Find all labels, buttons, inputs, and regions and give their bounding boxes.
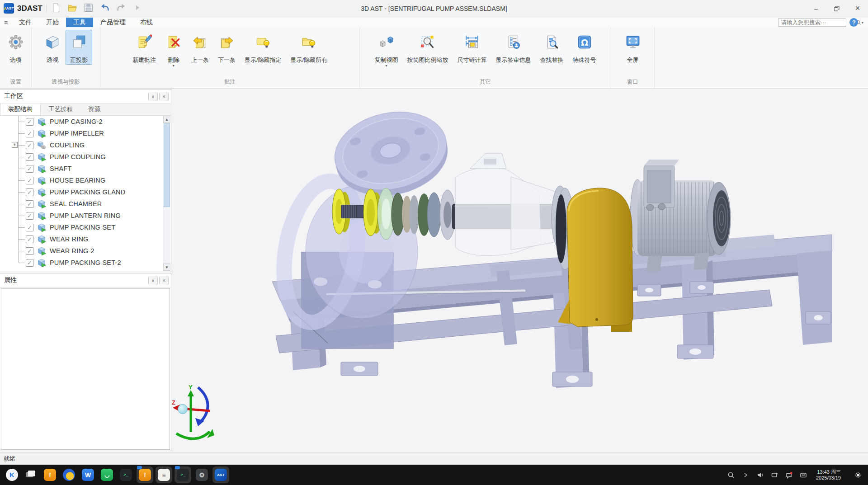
ribbon-button-label: 选项 [10,57,22,64]
tree-item-seal-chamber[interactable]: ✓SEAL CHAMBER [0,198,171,210]
properties-close-button[interactable]: × [159,277,169,284]
tree-item-label: HOUSE BEARING [50,177,105,184]
restore-button[interactable] [826,0,847,17]
save-button[interactable] [83,3,94,14]
notifications-icon[interactable] [785,471,793,479]
tree-item-wear-ring[interactable]: ✓WEAR RING [0,233,171,245]
connected-device-icon[interactable] [771,471,778,479]
tree-item-pump-casing-2[interactable]: ✓PUMP CASING-2 [0,116,171,127]
ribbon-button-label: 尺寸链计算 [458,57,487,64]
tree-item-pump-packing-set[interactable]: ✓PUMP PACKING SET [0,221,171,233]
workspace-tab[interactable]: 工艺过程 [41,104,80,115]
expand-arrow-icon[interactable] [742,471,750,479]
visibility-checkbox[interactable]: ✓ [26,259,33,267]
tree-expander-icon[interactable]: + [12,142,18,148]
taskbar-app-app-store-running[interactable]: ! [137,466,153,483]
ribbon-button[interactable]: 显示签审信息 [491,30,536,65]
ribbon-button[interactable]: Ω特殊符号 [568,30,601,65]
visibility-checkbox[interactable]: ✓ [26,141,33,149]
tree-item-coupling[interactable]: +✓COUPLING [0,139,171,151]
find-replace-icon [544,34,560,50]
menu-tab-1[interactable]: 文件 [12,18,39,27]
workspace-tab[interactable]: 装配结构 [0,104,41,115]
properties-collapse-button[interactable]: ∨ [148,277,158,284]
ortho-icon [71,34,87,50]
undo-button[interactable] [99,3,111,14]
menu-tab-3[interactable]: 工具 [66,18,93,27]
taskbar-app-control-center[interactable]: ⚙ [193,466,210,483]
new-document-button[interactable] [50,3,62,14]
ribbon-button[interactable]: 选项 [3,30,29,65]
ribbon-button[interactable]: 删除▾ [160,30,187,69]
visibility-checkbox[interactable]: ✓ [26,130,33,137]
workspace-collapse-button[interactable]: ∨ [148,93,158,100]
visibility-checkbox[interactable]: ✓ [26,212,33,220]
ribbon-button[interactable]: 尺寸链计算 [453,30,491,65]
visibility-checkbox[interactable]: ✓ [26,177,33,184]
visibility-checkbox[interactable]: ✓ [26,235,33,243]
ribbon-button[interactable]: 查找替换 [536,30,568,65]
menu-tab-5[interactable]: 布线 [133,18,160,27]
ribbon-button[interactable]: 正投影 [66,30,92,65]
visibility-checkbox[interactable]: ✓ [26,224,33,231]
input-method-icon[interactable] [800,471,807,479]
taskbar-app-browser[interactable] [61,466,77,483]
tree-item-label: PUMP LANTERN RING [50,212,121,219]
visibility-checkbox[interactable]: ✓ [26,165,33,173]
menu-tab-2[interactable]: 开始 [39,18,66,27]
help-caret-icon[interactable]: ▾ [861,20,863,25]
ribbon-button[interactable]: 显示/隐藏所有 [286,30,332,65]
ribbon-button[interactable]: 全屏 [620,30,646,65]
tree-item-house-bearing[interactable]: ✓HOUSE BEARING [0,174,171,186]
ribbon-button[interactable]: 复制视图▾ [370,30,403,69]
visibility-checkbox[interactable]: ✓ [26,200,33,208]
ribbon-button[interactable]: 新建批注 [128,30,160,65]
taskbar-app-wps-office[interactable]: W [80,466,96,483]
search-icon[interactable] [727,471,735,479]
taskbar-app-launcher[interactable]: K [4,466,20,483]
visibility-checkbox[interactable]: ✓ [26,153,33,161]
ribbon-button[interactable]: 透视 [39,30,66,65]
brightness-icon[interactable] [854,471,862,479]
visibility-checkbox[interactable]: ✓ [26,188,33,196]
menu-tab-4[interactable]: 产品管理 [93,18,133,27]
more-commands-button[interactable] [132,3,143,14]
dropdown-caret-icon[interactable]: ▾ [385,64,387,68]
orientation-triad[interactable]: Y Z [172,385,222,444]
ribbon-button[interactable]: 显示/隐藏指定 [240,30,286,65]
tree-item-pump-packing-set-2[interactable]: ✓PUMP PACKING SET-2 [0,257,171,268]
taskbar-app-terminal-running[interactable]: >_ [175,466,191,483]
ribbon-button[interactable]: 下一条 [213,30,240,65]
taskbar-app-app-store[interactable]: ! [42,466,58,483]
taskbar-app-terminal[interactable]: >_ [118,466,134,483]
3d-viewport[interactable]: Y Z [172,89,868,452]
visibility-checkbox[interactable]: ✓ [26,118,33,126]
minimize-button[interactable]: – [806,0,826,17]
taskbar-app-messenger[interactable]: ◡ [99,466,115,483]
close-button[interactable]: × [847,0,868,17]
ribbon-button[interactable]: 按简图比例缩放 [403,30,453,65]
dropdown-caret-icon[interactable]: ▾ [173,64,175,68]
taskbar-app-window-switcher[interactable] [23,466,39,483]
tree-item-pump-lantern-ring[interactable]: ✓PUMP LANTERN RING [0,210,171,221]
tree-item-pump-coupling[interactable]: ✓PUMP COUPLING [0,151,171,163]
prev-icon [192,34,208,50]
open-file-button[interactable] [66,3,78,14]
volume-icon[interactable] [756,471,764,479]
tree-item-shaft[interactable]: ✓SHAFT [0,163,171,174]
search-input[interactable] [779,19,855,26]
menu-icon[interactable]: ≡ [0,18,12,27]
help-button[interactable]: ? [849,18,858,27]
taskbar-clock[interactable]: 13:43 周三 2025/03/19 [816,469,841,481]
redo-button[interactable] [115,3,127,14]
taskbar-app-3dast-app[interactable]: AST [212,466,229,483]
tree-item-pump-impeller[interactable]: ✓PUMP IMPELLER [0,127,171,139]
part-icon [37,246,47,255]
workspace-close-button[interactable]: × [159,93,169,100]
tree-item-wear-ring-2[interactable]: ✓WEAR RING-2 [0,245,171,257]
workspace-tab[interactable]: 资源 [80,104,108,115]
taskbar-app-document-viewer[interactable]: ≡ [156,466,172,483]
tree-item-pump-packing-gland[interactable]: ✓PUMP PACKING GLAND [0,186,171,198]
ribbon-button[interactable]: 上一条 [187,30,213,65]
visibility-checkbox[interactable]: ✓ [26,247,33,255]
